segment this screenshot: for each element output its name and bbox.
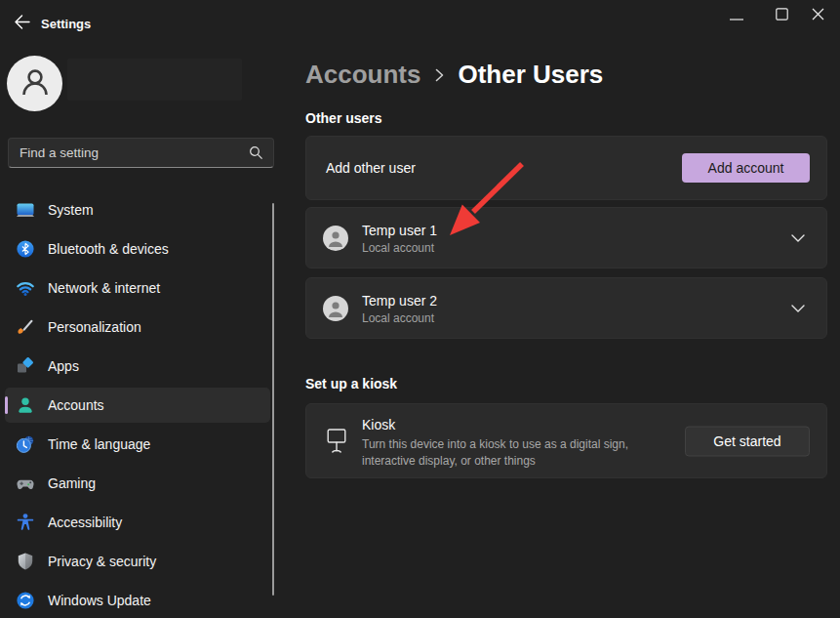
sidebar-scrollbar[interactable]: [272, 203, 274, 596]
add-other-user-row: Add other user Add account: [305, 136, 827, 200]
person-outline-icon: [16, 62, 55, 105]
user-name-redacted: [67, 59, 242, 101]
user-row-temp-user-1[interactable]: Temp user 1 Local account: [305, 207, 827, 268]
apps-icon: [16, 356, 35, 376]
user-avatar[interactable]: [7, 56, 62, 111]
sidebar-item-bluetooth[interactable]: Bluetooth & devices: [5, 231, 270, 267]
search-input[interactable]: [9, 139, 273, 167]
titlebar: Settings: [0, 0, 840, 39]
system-icon: [16, 200, 35, 220]
sidebar-item-network[interactable]: Network & internet: [5, 270, 270, 306]
add-account-button[interactable]: Add account: [682, 153, 810, 183]
network-icon: [16, 278, 35, 298]
section-header-kiosk: Set up a kiosk: [305, 376, 397, 391]
minimize-icon: [730, 7, 743, 24]
window-title: Settings: [41, 17, 91, 31]
sidebar-item-privacy[interactable]: Privacy & security: [5, 544, 270, 579]
user-name: Temp user 2: [362, 292, 437, 308]
chevron-down-icon[interactable]: [791, 233, 805, 242]
kiosk-display-icon: [326, 428, 347, 454]
sidebar-item-accounts[interactable]: Accounts: [5, 388, 270, 423]
close-icon: [812, 7, 824, 24]
sidebar-item-system[interactable]: System: [5, 192, 270, 227]
maximize-icon: [776, 7, 788, 24]
time-language-icon: [16, 434, 35, 454]
search-box: [8, 138, 274, 168]
windows-update-icon: [16, 591, 35, 610]
user-row-temp-user-2[interactable]: Temp user 2 Local account: [305, 277, 827, 339]
close-button[interactable]: [795, 0, 840, 31]
section-header-other-users: Other users: [305, 110, 382, 126]
user-info: Temp user 1 Local account: [362, 222, 437, 254]
user-info: Temp user 2 Local account: [362, 292, 437, 324]
user-avatar-icon: [323, 296, 348, 321]
user-account-type: Local account: [362, 240, 437, 254]
add-other-user-label: Add other user: [326, 160, 416, 176]
minimize-button[interactable]: [714, 0, 759, 31]
back-arrow-icon: [14, 15, 30, 33]
kiosk-title: Kiosk: [362, 417, 628, 433]
sidebar-item-time-language[interactable]: Time & language: [5, 427, 270, 462]
user-name: Temp user 1: [362, 222, 437, 237]
bluetooth-icon: [16, 239, 35, 259]
search-icon: [249, 145, 263, 164]
user-account-type: Local account: [362, 310, 437, 324]
sidebar-item-gaming[interactable]: Gaming: [5, 466, 270, 501]
chevron-right-icon: [435, 68, 444, 82]
accessibility-person-icon: [16, 513, 35, 532]
kiosk-description: Turn this device into a kiosk to use as …: [362, 436, 628, 470]
kiosk-row: Kiosk Turn this device into a kiosk to u…: [305, 403, 827, 478]
back-button[interactable]: [6, 10, 37, 37]
chevron-down-icon[interactable]: [791, 304, 805, 312]
selected-indicator-pill: [5, 396, 8, 414]
privacy-shield-icon: [16, 552, 35, 571]
accounts-icon: [16, 395, 35, 415]
personalization-brush-icon: [16, 317, 35, 337]
user-avatar-icon: [323, 226, 348, 251]
breadcrumb-accounts-link[interactable]: Accounts: [305, 60, 420, 90]
sidebar-item-accessibility[interactable]: Accessibility: [5, 505, 270, 540]
sidebar-item-apps[interactable]: Apps: [5, 349, 270, 384]
breadcrumb: Accounts Other Users: [305, 57, 603, 92]
sidebar-item-windows-update[interactable]: Windows Update: [5, 583, 270, 618]
get-started-button[interactable]: Get started: [685, 426, 810, 456]
sidebar-item-personalization[interactable]: Personalization: [5, 309, 270, 345]
page-title: Other Users: [458, 60, 603, 90]
kiosk-info: Kiosk Turn this device into a kiosk to u…: [362, 417, 628, 470]
gaming-controller-icon: [16, 474, 35, 493]
